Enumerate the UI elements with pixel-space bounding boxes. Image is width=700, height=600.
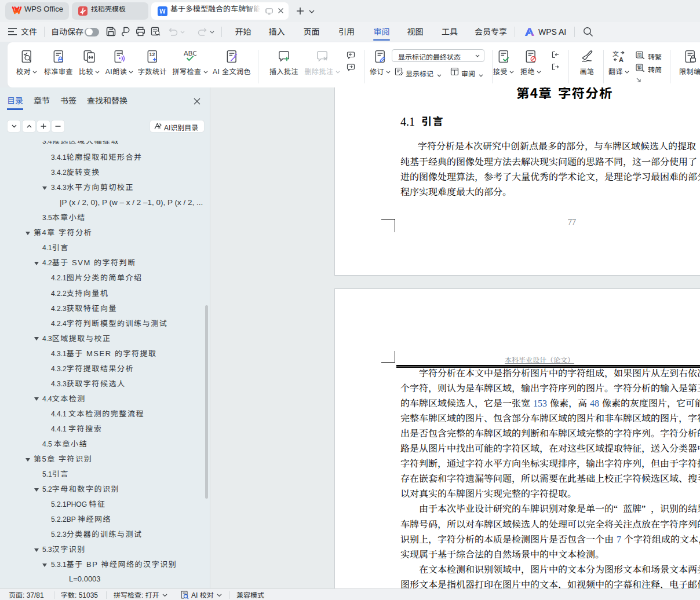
svg-text:12: 12 [150, 52, 155, 57]
svg-text:繁: 繁 [637, 64, 643, 71]
svg-text:ABC: ABC [184, 50, 196, 57]
svg-text:文: 文 [612, 50, 619, 58]
svg-text:A: A [619, 56, 624, 63]
svg-text:简: 简 [637, 51, 643, 58]
